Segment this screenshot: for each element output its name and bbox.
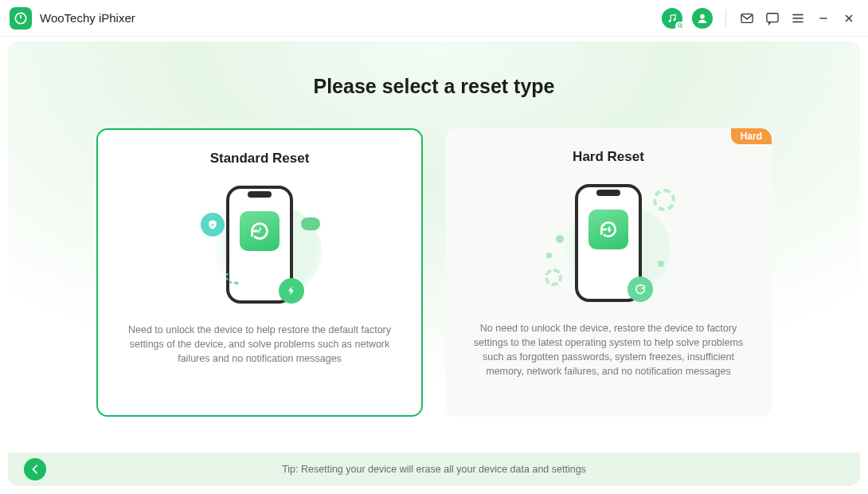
music-promo-button[interactable] [662,8,682,29]
standard-reset-desc: Need to unlock the device to help restor… [119,323,401,366]
feedback-icon[interactable] [764,10,780,26]
standard-reset-illustration [188,181,331,308]
main-panel: Please select a reset type Standard Rese… [8,41,860,486]
svg-point-2 [669,20,671,22]
footer-tip: Tip: Resetting your device will erase al… [282,464,586,475]
svg-point-3 [673,18,675,21]
svg-point-4 [678,24,681,27]
gear-icon [545,269,562,286]
account-button[interactable] [692,8,713,29]
bolt-badge-icon [279,278,304,304]
hard-reset-illustration [537,179,680,307]
app-title: WooTechy iPhixer [40,11,135,25]
separator [725,10,726,27]
hard-badge: Hard [731,128,772,144]
swirl-icon [223,269,247,292]
hard-reset-desc: No need to unlock the device, restore th… [466,321,751,379]
mail-icon[interactable] [739,10,755,26]
minimize-button[interactable] [815,10,831,26]
svg-line-5 [681,26,682,28]
gear-icon [653,189,675,211]
hard-reset-card[interactable]: Hard Hard Reset [445,128,772,417]
hard-reset-title: Hard Reset [573,149,644,165]
back-button[interactable] [24,458,46,480]
standard-reset-title: Standard Reset [210,151,310,167]
titlebar-actions [662,8,857,29]
svg-point-6 [700,14,705,18]
shield-icon [201,213,225,237]
svg-rect-1 [20,15,22,18]
svg-rect-8 [767,13,778,22]
reset-options-row: Standard Reset [96,128,772,417]
app-logo [10,7,32,29]
footer-bar: Tip: Resetting your device will erase al… [8,453,860,486]
close-button[interactable] [841,10,857,26]
standard-reset-card[interactable]: Standard Reset [96,128,423,417]
menu-icon[interactable] [790,10,806,26]
refresh-badge-icon [628,276,653,302]
page-title: Please select a reset type [314,75,555,98]
titlebar: WooTechy iPhixer [0,0,868,37]
